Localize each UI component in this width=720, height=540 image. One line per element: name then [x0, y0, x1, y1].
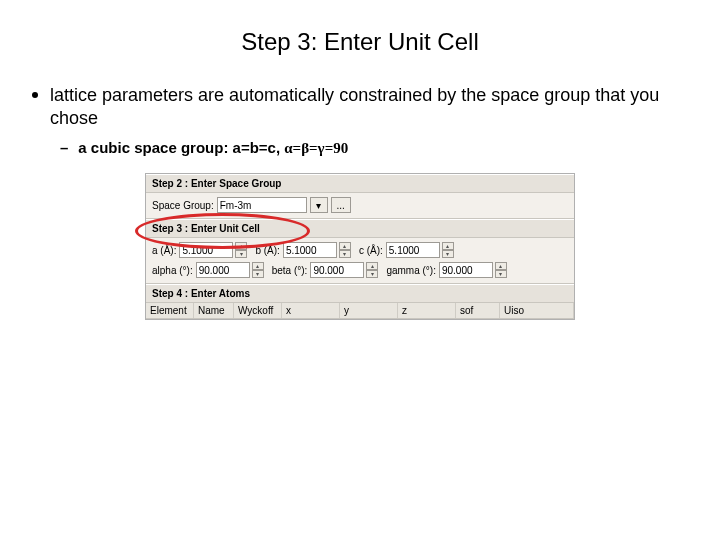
bullet-level-2: – a cubic space group: a=b=c, α=β=γ=90 — [60, 139, 692, 157]
space-group-browse-button[interactable]: ... — [331, 197, 351, 213]
a-input[interactable] — [179, 242, 233, 258]
a-spinner[interactable]: ▴▾ — [235, 242, 247, 258]
beta-input[interactable] — [310, 262, 364, 278]
bullet-dash: – — [60, 139, 68, 157]
col-sof: sof — [456, 303, 500, 318]
step2-header: Step 2 : Enter Space Group — [146, 174, 574, 193]
col-x: x — [282, 303, 340, 318]
col-z: z — [398, 303, 456, 318]
beta-spinner[interactable]: ▴▾ — [366, 262, 378, 278]
dialog-panel: Step 2 : Enter Space Group Space Group: … — [145, 173, 575, 320]
beta-label: beta (°): — [272, 265, 308, 276]
step3-header: Step 3 : Enter Unit Cell — [146, 219, 574, 238]
col-name: Name — [194, 303, 234, 318]
bullet-2-text: a cubic space group: a=b=c, α=β=γ=90 — [78, 139, 348, 157]
alpha-spinner[interactable]: ▴▾ — [252, 262, 264, 278]
b-input[interactable] — [283, 242, 337, 258]
bullet-level-1: lattice parameters are automatically con… — [32, 84, 692, 129]
alpha-label: alpha (°): — [152, 265, 193, 276]
step4-header: Step 4 : Enter Atoms — [146, 284, 574, 303]
bullet-1-text: lattice parameters are automatically con… — [50, 84, 692, 129]
space-group-input[interactable] — [217, 197, 307, 213]
b-label: b (Å): — [255, 245, 279, 256]
space-group-label: Space Group: — [152, 200, 214, 211]
page-title: Step 3: Enter Unit Cell — [28, 28, 692, 56]
alpha-input[interactable] — [196, 262, 250, 278]
col-wyckoff: Wyckoff — [234, 303, 282, 318]
c-spinner[interactable]: ▴▾ — [442, 242, 454, 258]
atoms-table-header: Element Name Wyckoff x y z sof Uiso — [146, 303, 574, 319]
c-label: c (Å): — [359, 245, 383, 256]
col-uiso: Uiso — [500, 303, 574, 318]
b-spinner[interactable]: ▴▾ — [339, 242, 351, 258]
space-group-dropdown-button[interactable]: ▾ — [310, 197, 328, 213]
col-y: y — [340, 303, 398, 318]
a-label: a (Å): — [152, 245, 176, 256]
c-input[interactable] — [386, 242, 440, 258]
gamma-spinner[interactable]: ▴▾ — [495, 262, 507, 278]
col-element: Element — [146, 303, 194, 318]
step2-body: Space Group: ▾ ... — [146, 193, 574, 219]
bullet-dot — [32, 92, 38, 98]
gamma-input[interactable] — [439, 262, 493, 278]
gamma-label: gamma (°): — [386, 265, 436, 276]
step3-body: a (Å): ▴▾ b (Å): ▴▾ c (Å): ▴▾ alpha (°): — [146, 238, 574, 284]
